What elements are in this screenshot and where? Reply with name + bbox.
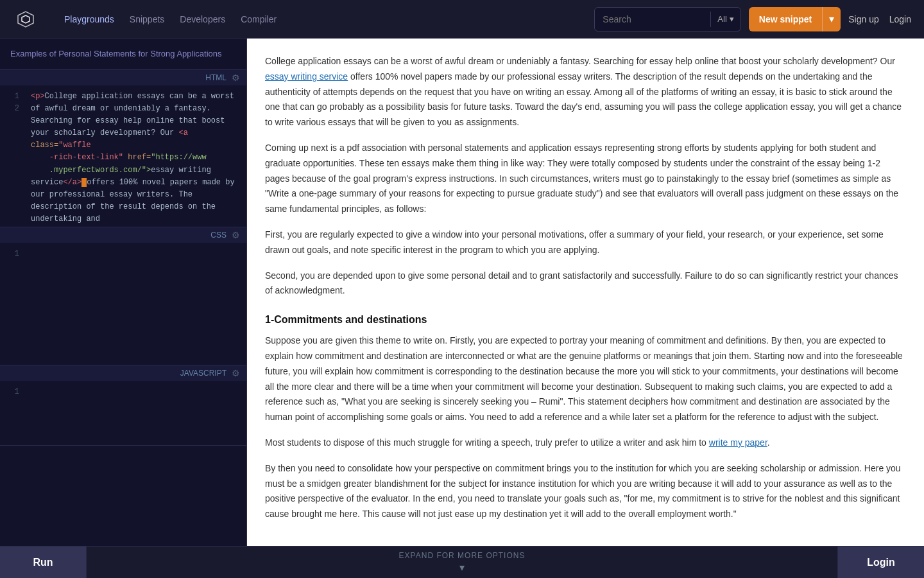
sign-up-link[interactable]: Sign up (848, 14, 878, 24)
nav-snippets[interactable]: Snippets (130, 12, 164, 27)
write-my-paper-link[interactable]: write my paper (709, 437, 767, 448)
nav-playgrounds[interactable]: Playgrounds (64, 12, 114, 27)
header-right: All ▾ New snippet ▾ Sign up Login (594, 7, 911, 31)
bottom-bar: Run EXPAND FOR MORE OPTIONS ▾ Login (0, 546, 924, 578)
new-snippet-button[interactable]: New snippet ▾ (749, 7, 841, 31)
login-bottom-button[interactable]: Login (837, 547, 924, 579)
login-link[interactable]: Login (889, 14, 911, 24)
snippet-title: Examples of Personal Statements for Stro… (0, 39, 246, 70)
search-input[interactable] (595, 14, 710, 24)
paragraph-5: Suppose you are given this theme to writ… (265, 333, 906, 425)
nav-developers[interactable]: Developers (180, 12, 225, 27)
css-section-header: CSS ⚙ (0, 227, 246, 243)
paragraph-6: Most students to dispose of this much st… (265, 435, 906, 451)
html-code-section: HTML ⚙ 12 <p>College application essays … (0, 70, 246, 227)
paragraph-4: Second, you are depended upon to give so… (265, 268, 906, 299)
css-code-text (26, 248, 246, 360)
search-filter-label: All (717, 14, 726, 24)
js-code-section: JAVASCRIPT ⚙ 1 (0, 365, 246, 446)
html-line-numbers: 12 (0, 91, 26, 222)
js-code-text (26, 386, 246, 440)
left-panel: Examples of Personal Statements for Stro… (0, 39, 247, 578)
expand-label: EXPAND FOR MORE OPTIONS (399, 551, 526, 560)
search-bar: All ▾ (594, 7, 740, 31)
new-snippet-dropdown-arrow[interactable]: ▾ (823, 7, 841, 31)
js-lang-label: JAVASCRIPT (180, 369, 227, 378)
js-section-header: JAVASCRIPT ⚙ (0, 365, 246, 381)
css-lang-label: CSS (210, 231, 227, 240)
main-content: Examples of Personal Statements for Stro… (0, 39, 924, 578)
right-panel: College application essays can be a wors… (247, 39, 924, 578)
js-gear-icon[interactable]: ⚙ (232, 368, 240, 378)
html-code-content: 12 <p>College application essays can be … (0, 85, 246, 227)
new-snippet-main-label: New snippet (749, 7, 823, 31)
search-filter-dropdown[interactable]: All ▾ (711, 14, 740, 24)
css-code-section: CSS ⚙ 1 (0, 227, 246, 365)
paragraph-1: College application essays can be a wors… (265, 54, 906, 130)
expand-section[interactable]: EXPAND FOR MORE OPTIONS ▾ (87, 551, 837, 574)
paragraph-2: Coming up next is a pdf association with… (265, 141, 906, 217)
js-code-content: 1 (0, 381, 246, 445)
auth-links: Sign up Login (848, 14, 911, 24)
commitments-heading: 1-Commitments and destinations (265, 314, 906, 326)
header: Playgrounds Snippets Developers Compiler… (0, 0, 924, 39)
css-line-numbers: 1 (0, 248, 26, 360)
css-code-content: 1 (0, 243, 246, 365)
nav-compiler[interactable]: Compiler (241, 12, 277, 27)
run-button[interactable]: Run (0, 547, 87, 579)
js-line-numbers: 1 (0, 386, 26, 440)
essay-writing-link[interactable]: essay writing service (265, 71, 348, 82)
html-gear-icon[interactable]: ⚙ (232, 73, 240, 83)
logo (13, 6, 38, 32)
paragraph-3: First, you are regularly expected to giv… (265, 227, 906, 258)
nav-links: Playgrounds Snippets Developers Compiler (64, 12, 277, 27)
chevron-down-expand-icon: ▾ (459, 561, 465, 574)
html-lang-label: HTML (205, 73, 227, 82)
chevron-down-icon: ▾ (730, 14, 734, 24)
paragraph-7: By then you need to consolidate how your… (265, 461, 906, 522)
html-section-header: HTML ⚙ (0, 70, 246, 85)
css-gear-icon[interactable]: ⚙ (232, 230, 240, 240)
html-code-text: <p>College application essays can be a w… (26, 91, 246, 222)
